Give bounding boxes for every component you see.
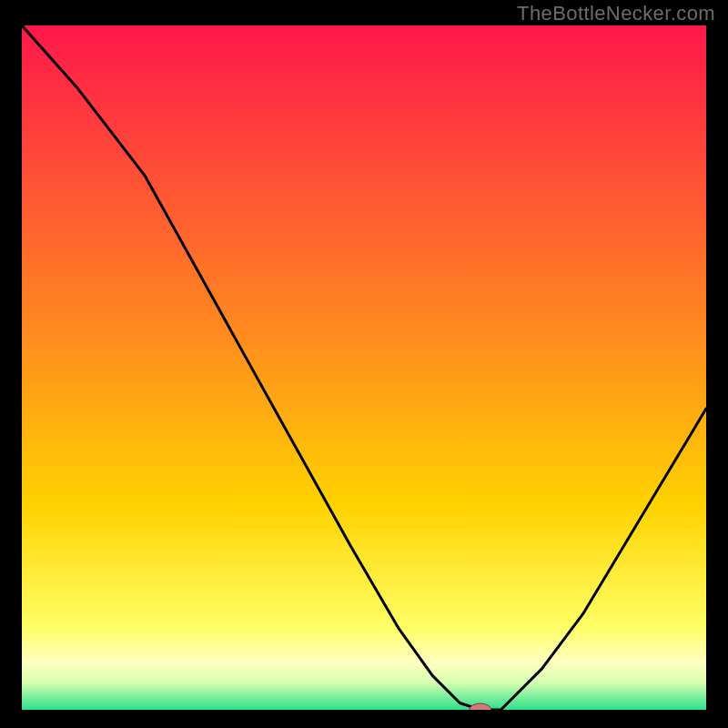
- gradient-background: [22, 25, 706, 710]
- watermark-text: TheBottleNecker.com: [517, 2, 715, 25]
- chart-container: TheBottleNecker.com: [0, 0, 728, 728]
- bottleneck-chart: [22, 25, 706, 710]
